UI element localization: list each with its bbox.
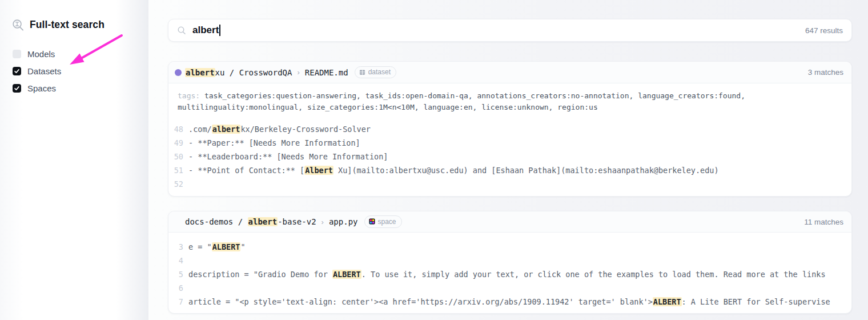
- models-label: Models: [27, 49, 55, 59]
- line-number: 3: [168, 242, 183, 251]
- result-card-header[interactable]: docs-demos / albert-base-v2›app.pyspace1…: [168, 211, 851, 233]
- repo-avatar-placeholder: [175, 218, 182, 225]
- line-number: 48: [168, 125, 183, 134]
- code-line[interactable]: 6: [168, 281, 851, 295]
- code-line[interactable]: 48.com/albertkx/Berkeley-Crossword-Solve…: [168, 122, 851, 136]
- code-text-segment: -base-v2: [278, 217, 316, 226]
- datasets-checkbox[interactable]: [13, 67, 21, 75]
- results-count: 647 results: [805, 26, 843, 35]
- badge-label: dataset: [368, 68, 391, 76]
- results-list: albertxu / CrosswordQA›README.mddataset3…: [168, 61, 852, 314]
- line-number: 49: [168, 138, 183, 147]
- result-card: docs-demos / albert-base-v2›app.pyspace1…: [168, 211, 852, 314]
- tags-value: task_categories:question-answering, task…: [178, 91, 745, 111]
- datasets-label: Datasets: [27, 66, 61, 76]
- code-text-segment: - **Paper:** [Needs More Information]: [188, 138, 360, 147]
- tags-label: tags:: [178, 91, 204, 100]
- chevron-right-icon: ›: [322, 218, 324, 226]
- search-highlight: ALBERT: [212, 242, 241, 251]
- code-text: description = "Gradio Demo for ALBERT. T…: [188, 270, 826, 279]
- line-number: 5: [168, 270, 183, 279]
- search-input[interactable]: albert 647 results: [168, 19, 852, 42]
- code-text-segment: e = ": [188, 242, 212, 251]
- code-text-segment: Xu](mailto:albertxu@usc.edu) and [Eshaan…: [333, 166, 719, 175]
- code-text-segment: article = "<p style='text-align: center'…: [188, 297, 653, 306]
- text-search-icon: [11, 18, 25, 31]
- filter-spaces[interactable]: Spaces: [13, 82, 61, 94]
- code-text: e = "ALBERT": [188, 242, 246, 251]
- space-badge: space: [364, 215, 402, 228]
- code-line[interactable]: 49- **Paper:** [Needs More Information]: [168, 136, 851, 150]
- match-count: 11 matches: [804, 218, 843, 226]
- filter-list: Models Datasets Spaces: [13, 48, 61, 94]
- code-text: .com/albertkx/Berkeley-Crossword-Solver: [188, 125, 371, 134]
- result-card-header[interactable]: albertxu / CrosswordQA›README.mddataset3…: [168, 62, 851, 83]
- line-number: 4: [168, 256, 183, 265]
- page-title: Full-text search: [30, 19, 105, 31]
- code-line[interactable]: 50- **Leaderboard:** [Needs More Informa…: [168, 150, 851, 163]
- spaces-checkbox[interactable]: [13, 84, 21, 93]
- code-text: - **Leaderboard:** [Needs More Informati…: [188, 152, 388, 161]
- repo-avatar: [175, 69, 182, 76]
- code-line[interactable]: 52: [168, 177, 851, 191]
- match-count: 3 matches: [808, 68, 843, 77]
- code-text-segment: .com/: [188, 125, 212, 134]
- code-text-segment: . To use it, simply add your text, or cl…: [361, 270, 826, 279]
- code-line[interactable]: 4: [168, 254, 851, 267]
- code-text-segment: - **Leaderboard:** [Needs More Informati…: [188, 152, 388, 161]
- line-number: 52: [168, 179, 183, 189]
- page-title-row: Full-text search: [11, 18, 105, 31]
- file-name-link[interactable]: README.md: [305, 68, 348, 77]
- line-number: 6: [168, 283, 183, 293]
- line-number: 7: [168, 297, 183, 306]
- dataset-badge: dataset: [355, 66, 396, 79]
- code-snippet: 3e = "ALBERT"45description = "Gradio Dem…: [168, 240, 851, 309]
- code-line[interactable]: 3e = "ALBERT": [168, 240, 851, 254]
- code-text: - **Point of Contact:** [Albert Xu](mail…: [188, 166, 719, 175]
- code-text-segment: description = "Gradio Demo for: [188, 270, 332, 279]
- file-name-link[interactable]: app.py: [329, 217, 358, 226]
- line-number: 50: [168, 152, 183, 161]
- spaces-label: Spaces: [27, 83, 56, 93]
- tags-line: tags: task_categories:question-answering…: [178, 90, 842, 113]
- repo-path-link[interactable]: albertxu / CrosswordQA: [185, 68, 292, 77]
- code-text-segment: xu / CrosswordQA: [215, 68, 292, 77]
- models-checkbox[interactable]: [13, 50, 21, 58]
- code-text-segment: docs-demos /: [185, 217, 248, 226]
- line-number: 51: [168, 166, 183, 175]
- code-text-segment: - **Point of Contact:** [: [188, 166, 304, 175]
- code-text: article = "<p style='text-align: center'…: [188, 297, 830, 306]
- search-highlight: ALBERT: [653, 297, 682, 306]
- code-snippet: 48.com/albertkx/Berkeley-Crossword-Solve…: [168, 122, 851, 191]
- search-highlight: Albert: [304, 166, 333, 175]
- search-highlight: ALBERT: [332, 270, 361, 279]
- repo-path-link[interactable]: docs-demos / albert-base-v2: [185, 217, 316, 226]
- code-text: - **Paper:** [Needs More Information]: [188, 138, 360, 147]
- code-line[interactable]: 7article = "<p style='text-align: center…: [168, 295, 851, 309]
- search-highlight: albert: [212, 125, 241, 134]
- dataset-icon: [359, 69, 365, 75]
- code-text-segment: : A Lite BERT for Self-supervise: [682, 297, 830, 306]
- filter-models[interactable]: Models: [13, 48, 61, 60]
- text-cursor: [219, 25, 220, 36]
- search-query-text: albert: [192, 25, 219, 36]
- code-line[interactable]: 51- **Point of Contact:** [Albert Xu](ma…: [168, 163, 851, 177]
- filter-datasets[interactable]: Datasets: [13, 65, 61, 77]
- result-card: albertxu / CrosswordQA›README.mddataset3…: [168, 61, 852, 197]
- filter-sidebar: Full-text search Models Datasets Spaces: [0, 0, 148, 320]
- badge-label: space: [378, 218, 396, 226]
- search-icon: [177, 26, 186, 35]
- space-icon: [369, 218, 375, 225]
- search-results-area: albert 647 results albertxu / CrosswordQ…: [148, 0, 868, 320]
- chevron-right-icon: ›: [297, 68, 299, 77]
- search-highlight: albert: [185, 68, 215, 77]
- code-text-segment: kx/Berkeley-Crossword-Solver: [240, 125, 371, 134]
- code-line[interactable]: 5description = "Gradio Demo for ALBERT. …: [168, 267, 851, 281]
- code-text-segment: ": [240, 242, 245, 251]
- search-highlight: albert: [248, 217, 278, 226]
